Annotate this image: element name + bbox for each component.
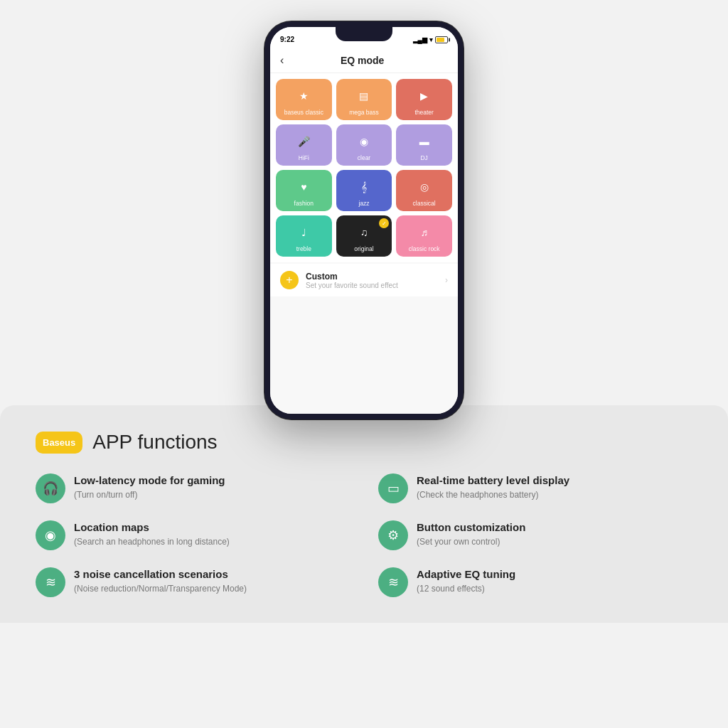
app-functions-title: APP functions	[92, 431, 217, 454]
low-latency-title: Low-latency mode for gaming	[74, 473, 225, 488]
status-time: 9:22	[280, 36, 294, 43]
baseus-classic-icon: ★	[294, 86, 314, 106]
feature-location: ◉Location maps(Search an headphones in l…	[36, 520, 350, 550]
fashion-label: fashion	[294, 200, 314, 207]
noise-icon: ≋	[36, 567, 65, 597]
feature-adaptive-eq: ≋Adaptive EQ tuning(12 sound effects)	[378, 567, 692, 597]
location-subtitle: (Search an headphones in long distance)	[74, 536, 230, 548]
location-title: Location maps	[74, 520, 230, 535]
custom-chevron-icon: ›	[445, 275, 448, 285]
phone-device: 9:22 ▂▄▆ ▾ ‹ EQ mode	[264, 21, 464, 419]
battery-subtitle: (Check the headphones battery)	[417, 489, 569, 501]
feature-button-custom: ⚙Button customization(Set your own contr…	[378, 520, 692, 550]
noise-text: 3 noise cancellation scenarios(Noise red…	[74, 567, 247, 594]
button-custom-subtitle: (Set your own control)	[417, 536, 525, 548]
dj-label: DJ	[420, 154, 427, 161]
info-panel: Baseus APP functions 🎧Low-latency mode f…	[0, 405, 728, 623]
adaptive-eq-icon: ≋	[378, 567, 408, 597]
app-screen: ‹ EQ mode ★baseus classic▤mega bass▶thea…	[270, 48, 458, 414]
clear-label: clear	[358, 154, 370, 161]
phone-area: 9:22 ▂▄▆ ▾ ‹ EQ mode	[0, 0, 728, 419]
baseus-classic-label: baseus classic	[284, 109, 323, 116]
wifi-icon: ▾	[429, 36, 433, 43]
feature-noise: ≋3 noise cancellation scenarios(Noise re…	[36, 567, 350, 597]
low-latency-text: Low-latency mode for gaming(Turn on/turn…	[74, 473, 225, 500]
back-button[interactable]: ‹	[280, 54, 284, 67]
fashion-icon: ♥	[294, 177, 314, 197]
eq-item-dj[interactable]: ▬DJ	[396, 124, 452, 166]
jazz-label: jazz	[358, 200, 369, 207]
eq-item-clear[interactable]: ◉clear	[336, 124, 392, 166]
battery-title: Real-time battery level display	[417, 473, 569, 488]
feature-battery: ▭Real-time battery level display(Check t…	[378, 473, 692, 503]
noise-title: 3 noise cancellation scenarios	[74, 567, 247, 582]
feature-low-latency: 🎧Low-latency mode for gaming(Turn on/tur…	[36, 473, 350, 503]
button-custom-text: Button customization(Set your own contro…	[417, 520, 525, 547]
clear-icon: ◉	[354, 132, 374, 151]
eq-item-classic-rock[interactable]: ♬classic rock	[396, 215, 452, 257]
original-label: original	[354, 245, 373, 252]
custom-plus-icon: +	[280, 271, 299, 289]
eq-item-theater[interactable]: ▶theater	[396, 79, 452, 120]
eq-item-fashion[interactable]: ♥fashion	[276, 170, 332, 211]
original-icon: ♫	[354, 223, 374, 242]
screen-title: EQ mode	[291, 55, 434, 66]
classic-rock-icon: ♬	[414, 223, 434, 242]
treble-label: treble	[296, 245, 311, 252]
button-custom-icon: ⚙	[378, 520, 408, 550]
features-grid: 🎧Low-latency mode for gaming(Turn on/tur…	[36, 473, 692, 597]
eq-item-baseus-classic[interactable]: ★baseus classic	[276, 79, 332, 120]
status-icons: ▂▄▆ ▾	[413, 36, 448, 43]
page-wrapper: 9:22 ▂▄▆ ▾ ‹ EQ mode	[0, 0, 728, 728]
battery-text: Real-time battery level display(Check th…	[417, 473, 569, 500]
adaptive-eq-title: Adaptive EQ tuning	[417, 567, 515, 582]
low-latency-icon: 🎧	[36, 473, 65, 503]
mega-bass-icon: ▤	[354, 86, 374, 106]
app-header: ‹ EQ mode	[270, 48, 458, 73]
eq-item-hifi[interactable]: 🎤HiFi	[276, 124, 332, 166]
eq-item-treble[interactable]: ♩treble	[276, 215, 332, 257]
button-custom-title: Button customization	[417, 520, 525, 535]
custom-row[interactable]: + Custom Set your favorite sound effect …	[270, 264, 458, 296]
mega-bass-label: mega bass	[349, 109, 379, 116]
eq-item-original[interactable]: ♫original✓	[336, 215, 392, 257]
eq-grid: ★baseus classic▤mega bass▶theater🎤HiFi◉c…	[270, 73, 458, 262]
classic-rock-label: classic rock	[409, 245, 440, 252]
classical-label: classical	[413, 200, 436, 207]
info-header: Baseus APP functions	[36, 431, 692, 454]
eq-item-mega-bass[interactable]: ▤mega bass	[336, 79, 392, 120]
battery-icon: ▭	[378, 473, 408, 503]
theater-icon: ▶	[414, 86, 434, 106]
dj-icon: ▬	[414, 132, 434, 151]
hifi-label: HiFi	[299, 154, 309, 161]
treble-icon: ♩	[294, 223, 314, 242]
phone-notch	[336, 27, 392, 41]
noise-subtitle: (Noise reduction/Normal/Transparency Mod…	[74, 583, 247, 595]
location-icon: ◉	[36, 520, 65, 550]
active-check-icon: ✓	[379, 218, 389, 228]
hifi-icon: 🎤	[294, 132, 314, 151]
battery-icon	[435, 36, 448, 43]
custom-text: Custom Set your favorite sound effect	[306, 272, 438, 289]
adaptive-eq-subtitle: (12 sound effects)	[417, 583, 515, 595]
classical-icon: ◎	[414, 177, 434, 197]
eq-item-classical[interactable]: ◎classical	[396, 170, 452, 211]
custom-subtitle: Set your favorite sound effect	[306, 282, 438, 289]
low-latency-subtitle: (Turn on/turn off)	[74, 489, 225, 501]
jazz-icon: 𝄞	[354, 177, 374, 197]
location-text: Location maps(Search an headphones in lo…	[74, 520, 230, 547]
eq-item-jazz[interactable]: 𝄞jazz	[336, 170, 392, 211]
baseus-logo: Baseus	[36, 432, 82, 454]
adaptive-eq-text: Adaptive EQ tuning(12 sound effects)	[417, 567, 515, 594]
custom-label: Custom	[306, 272, 438, 282]
phone-screen: 9:22 ▂▄▆ ▾ ‹ EQ mode	[270, 27, 458, 414]
theater-label: theater	[414, 109, 433, 116]
signal-icon: ▂▄▆	[413, 36, 427, 43]
battery-fill	[437, 38, 444, 42]
status-bar: 9:22 ▂▄▆ ▾	[270, 27, 458, 48]
